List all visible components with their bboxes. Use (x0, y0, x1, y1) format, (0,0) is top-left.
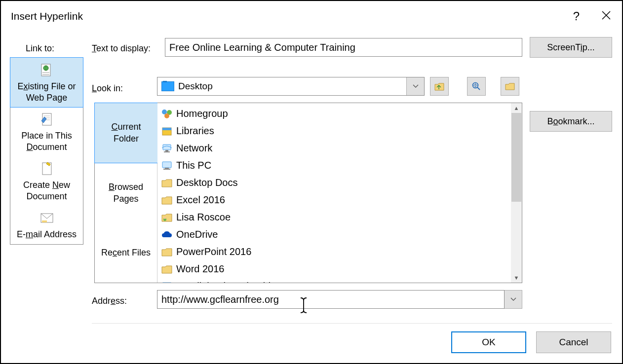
browse-tabs: CurrentFolderBrowsedPagesRecent Files (95, 103, 157, 283)
file-name: Excel 2016 (176, 194, 225, 206)
network-icon (160, 143, 173, 154)
link-to-option-3[interactable]: E-mail Address (10, 206, 83, 244)
browse-tab-0[interactable]: CurrentFolder (94, 103, 157, 163)
dialog-title: Insert Hyperlink (11, 10, 83, 22)
look-in-combo[interactable]: Desktop (157, 77, 425, 96)
svg-rect-18 (165, 168, 169, 169)
svg-rect-7 (42, 220, 47, 222)
screentip-button[interactable]: ScreenTip... (530, 37, 612, 58)
svg-rect-2 (42, 72, 49, 73)
scroll-thumb[interactable] (511, 113, 521, 202)
text-to-display-label: Text to display: (92, 43, 151, 54)
file-name: Libraries (176, 125, 214, 137)
svg-rect-16 (164, 151, 170, 152)
linkto-icon (12, 161, 81, 179)
folder-icon (160, 246, 173, 258)
svg-rect-19 (163, 169, 170, 170)
up-one-level-button[interactable] (430, 77, 449, 96)
text-to-display-input[interactable] (165, 38, 522, 57)
ok-button[interactable]: OK (451, 331, 526, 353)
file-name: This PC (176, 160, 211, 171)
link-to-label: Link to: (26, 43, 54, 54)
file-name: Lisa Roscoe (176, 212, 231, 223)
cancel-button[interactable]: Cancel (536, 331, 611, 353)
link-to-option-2[interactable]: Create New Document (10, 156, 83, 206)
file-name: Homegroup (176, 108, 228, 119)
svg-rect-22 (162, 283, 171, 283)
libraries-icon (160, 125, 173, 137)
onedrive-icon (160, 229, 173, 241)
linkto-icon (12, 211, 81, 228)
help-button[interactable]: ? (573, 9, 580, 23)
file-name: OneDrive (176, 229, 218, 240)
file-item[interactable]: Lisa Roscoe (160, 209, 510, 226)
look-in-dropdown-button[interactable] (406, 77, 424, 95)
folder-icon (160, 194, 173, 206)
browse-web-button[interactable] (467, 77, 486, 96)
file-list-scrollbar[interactable]: ▲ ▼ (511, 103, 522, 283)
address-input[interactable] (157, 290, 505, 309)
file-item[interactable]: PowerPoint 2016 (160, 243, 510, 260)
svg-rect-17 (162, 162, 171, 168)
folder-icon (160, 177, 173, 189)
svg-point-11 (164, 113, 169, 118)
file-item[interactable]: Excel 2016 (160, 191, 510, 209)
svg-rect-13 (162, 128, 171, 130)
file-item[interactable]: Word 2016 (160, 260, 510, 278)
file-item[interactable]: Desktop Docs (160, 174, 510, 191)
look-in-value: Desktop (178, 81, 406, 92)
file-item[interactable]: Network (160, 140, 510, 157)
address-label: Address: (92, 296, 127, 306)
file-item[interactable]: Parallels Shared Folders (160, 278, 510, 283)
linkto-label: Existing File or Web Page (12, 81, 81, 103)
browse-tab-1[interactable]: BrowsedPages (95, 163, 157, 223)
file-name: Network (176, 143, 212, 154)
close-button[interactable] (601, 9, 611, 23)
address-dropdown-button[interactable] (505, 290, 522, 309)
file-item[interactable]: Libraries (160, 122, 510, 140)
browse-file-button[interactable] (501, 77, 519, 96)
linkto-label: E-mail Address (12, 229, 81, 240)
pc-icon (160, 281, 173, 283)
desktop-icon (161, 81, 174, 91)
titlebar: Insert Hyperlink ? (1, 1, 622, 27)
svg-rect-15 (165, 150, 168, 151)
file-name: Parallels Shared Folders (176, 281, 284, 283)
pc-icon (160, 160, 173, 172)
link-to-option-1[interactable]: Place in This Document (10, 107, 83, 156)
file-list: HomegroupLibrariesNetworkThis PCDesktop … (157, 103, 522, 283)
svg-point-21 (164, 217, 166, 219)
browse-area: CurrentFolderBrowsedPagesRecent Files Ho… (94, 103, 522, 283)
scroll-down-arrow[interactable]: ▼ (511, 273, 522, 283)
file-name: Word 2016 (176, 263, 224, 275)
insert-hyperlink-dialog: Insert Hyperlink ? Link to: Existing Fil… (0, 0, 623, 364)
file-item[interactable]: OneDrive (160, 226, 510, 243)
scroll-up-arrow[interactable]: ▲ (511, 103, 522, 113)
userfolder-icon (160, 212, 173, 223)
link-to-panel: Existing File or Web PagePlace in This D… (10, 57, 83, 245)
browse-tab-2[interactable]: Recent Files (95, 223, 157, 283)
file-name: PowerPoint 2016 (176, 246, 251, 257)
bookmark-button[interactable]: Bookmark... (530, 111, 612, 132)
file-item[interactable]: Homegroup (160, 105, 510, 122)
look-in-label: Look in: (92, 83, 123, 94)
linkto-label: Create New Document (12, 180, 81, 202)
link-to-option-0[interactable]: Existing File or Web Page (10, 57, 83, 108)
separator (92, 323, 612, 324)
svg-rect-14 (163, 145, 171, 150)
folder-icon (160, 263, 173, 275)
file-name: Desktop Docs (176, 177, 238, 188)
svg-rect-3 (42, 74, 49, 75)
linkto-label: Place in This Document (12, 130, 81, 152)
linkto-icon (12, 112, 81, 129)
linkto-icon (12, 63, 81, 80)
file-item[interactable]: This PC (160, 157, 510, 174)
homegroup-icon (160, 108, 173, 120)
address-combo[interactable] (157, 290, 522, 309)
